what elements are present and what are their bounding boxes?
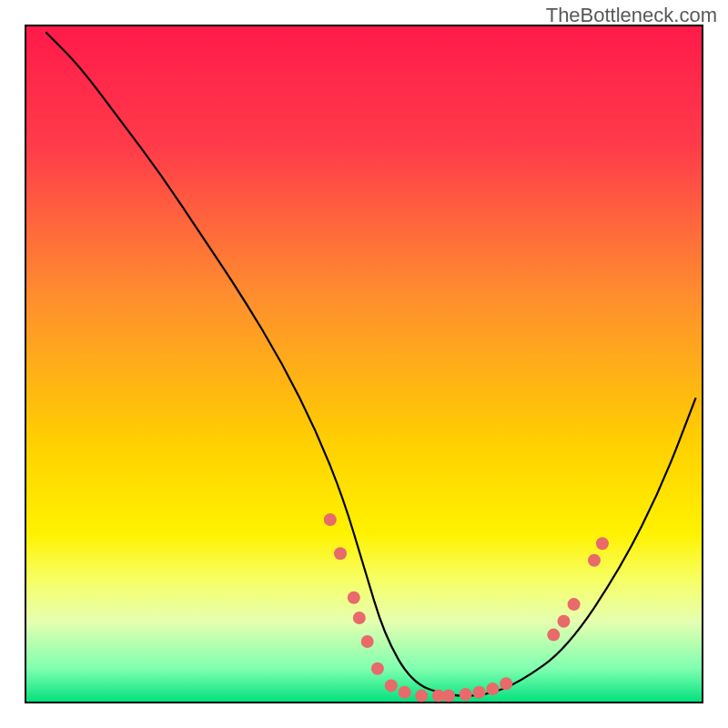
data-point	[385, 679, 398, 692]
data-point	[348, 592, 360, 604]
data-point	[558, 615, 571, 628]
data-point	[399, 686, 411, 699]
data-point	[596, 537, 609, 550]
chart-svg	[0, 0, 728, 728]
data-point	[353, 612, 366, 624]
data-point	[361, 635, 374, 648]
chart-container: { "watermark": "TheBottleneck.com", "cha…	[0, 0, 728, 728]
watermark-text: TheBottleneck.com	[546, 4, 717, 27]
data-point	[588, 554, 601, 567]
data-point	[500, 677, 512, 690]
data-point	[473, 686, 486, 699]
data-point	[547, 629, 560, 642]
data-point	[460, 688, 472, 701]
data-point	[371, 662, 384, 675]
data-point	[568, 598, 581, 611]
data-point	[415, 690, 428, 703]
plot-background	[25, 25, 703, 703]
data-point	[486, 682, 499, 695]
data-point	[324, 513, 337, 526]
data-point	[442, 690, 455, 703]
data-point	[334, 547, 347, 560]
